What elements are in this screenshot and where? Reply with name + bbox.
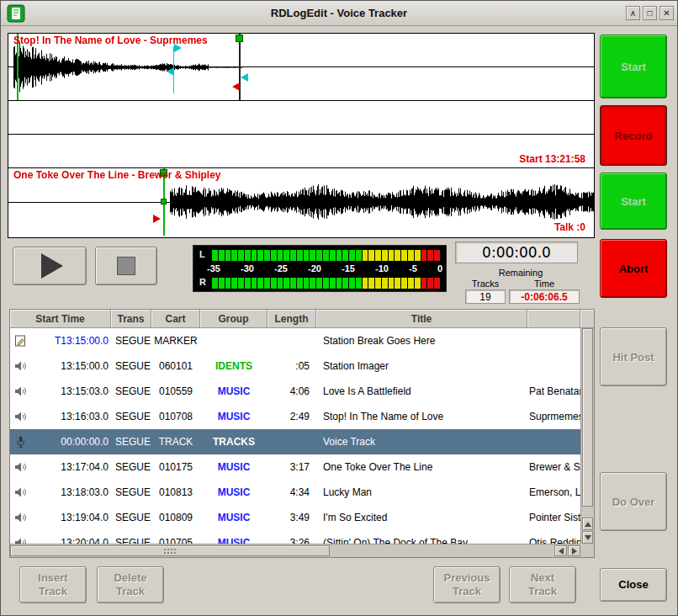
column-header[interactable]: Start Time: [10, 310, 111, 328]
scroll-up-button[interactable]: [582, 518, 593, 530]
meter-segment: [290, 250, 296, 261]
window-title: RDLogEdit - Voice Tracker: [1, 7, 677, 19]
row-type-icon: [14, 360, 31, 372]
meter-segment: [245, 278, 251, 289]
meter-segment: [330, 278, 336, 289]
column-header[interactable]: Trans: [111, 310, 151, 328]
meter-left-segments: [212, 250, 440, 261]
meter-segment: [349, 278, 355, 289]
meter-segment: [283, 278, 289, 289]
cell-length: 4:06: [267, 379, 316, 404]
wave-region-previous-track[interactable]: Stop! In The Name of Love - Suprmemes: [8, 34, 594, 101]
cell-artist: Suprmemes: [527, 404, 580, 429]
scroll-down-button[interactable]: [582, 531, 593, 544]
column-header[interactable]: Length: [267, 310, 316, 328]
microphone-icon: [14, 436, 27, 448]
speaker-icon: [14, 411, 27, 422]
column-header[interactable]: Cart: [151, 310, 200, 328]
header-stub: [580, 310, 594, 328]
column-header[interactable]: Title: [316, 310, 527, 328]
meter-segment: [225, 250, 231, 261]
table-row[interactable]: 13:17:04.0 SEGUE 010175 MUSIC 3:17 One T…: [10, 454, 580, 480]
play-button[interactable]: [13, 247, 87, 285]
scroll-left-button[interactable]: [554, 545, 567, 556]
cell-start-time: 13:17:04.0: [10, 454, 111, 480]
remaining-tracks-label: Tracks: [465, 279, 506, 289]
column-header[interactable]: Group: [200, 310, 267, 328]
horizontal-scrollbar-thumb[interactable]: [10, 545, 330, 556]
previous-track-button[interactable]: Previous Track: [433, 566, 501, 603]
meter-scale-tick: -10: [375, 263, 389, 274]
table-row[interactable]: 13:15:03.0 SEGUE 010559 MUSIC 4:06 Love …: [10, 379, 580, 404]
remaining-tracks-value: 19: [465, 289, 506, 304]
scroll-right-button[interactable]: [568, 545, 580, 556]
wave-region-voice-track[interactable]: Start 13:21:58: [8, 101, 594, 168]
table-row[interactable]: 13:15:00.0 SEGUE 060101 IDENTS :05 Stati…: [10, 353, 580, 379]
cell-trans: SEGUE: [111, 454, 151, 480]
close-window-button[interactable]: ✕: [659, 6, 674, 20]
previous-track-title: Stop! In The Name of Love - Suprmemes: [13, 35, 208, 46]
meter-segment: [368, 250, 374, 261]
meter-segment: [283, 250, 289, 261]
cell-title: Station Break Goes Here: [316, 328, 527, 353]
cell-cart: 010705: [151, 530, 200, 544]
meter-segment: [278, 250, 283, 261]
next-track-cue-marker[interactable]: [153, 215, 161, 223]
column-header[interactable]: [527, 310, 580, 328]
waveform-display[interactable]: Stop! In The Name of Love - Suprmemes St…: [8, 33, 595, 238]
table-row[interactable]: 13:18:03.0 SEGUE 010813 MUSIC 4:34 Lucky…: [10, 480, 580, 505]
meter-segment: [323, 278, 329, 289]
next-track-mid-marker[interactable]: [161, 199, 167, 204]
table-row[interactable]: 00:00:00.0 SEGUE TRACK TRACKS Voice Trac…: [10, 429, 580, 454]
log-table: Start TimeTransCartGroupLengthTitle T13:…: [9, 309, 595, 558]
fade-marker[interactable]: [241, 73, 248, 82]
do-over-button[interactable]: Do Over: [600, 472, 667, 531]
start-track2-button[interactable]: Start: [600, 173, 667, 230]
meter-segment: [310, 250, 315, 261]
table-row[interactable]: 13:20:04.0 SEGUE 010705 MUSIC 3:26 (Sitt…: [10, 530, 580, 544]
table-row[interactable]: T13:15:00.0 SEGUE MARKER Station Break G…: [10, 328, 580, 353]
up-arrow-icon: [585, 522, 591, 527]
close-button[interactable]: Close: [600, 568, 667, 602]
speaker-icon: [14, 512, 27, 523]
cell-start-time: T13:15:00.0: [10, 328, 111, 353]
cell-start-time: 13:19:04.0: [10, 505, 111, 530]
titlebar[interactable]: RDLogEdit - Voice Tracker ∧ □ ✕: [1, 1, 677, 26]
horizontal-scrollbar[interactable]: [10, 544, 580, 557]
right-arrow-icon: [572, 548, 577, 555]
table-row[interactable]: 13:16:03.0 SEGUE 010708 MUSIC 2:49 Stop!…: [10, 404, 580, 429]
meter-segment: [316, 278, 322, 289]
wave-region-next-track[interactable]: One Toke Over The Line - Brewer & Shiple…: [8, 168, 594, 236]
table-row[interactable]: 13:19:04.0 SEGUE 010809 MUSIC 3:49 I'm S…: [10, 505, 580, 530]
meter-segment: [401, 250, 407, 261]
stop-button[interactable]: [95, 247, 157, 285]
abort-button[interactable]: Abort: [600, 239, 667, 298]
cell-start-time: 13:18:03.0: [10, 480, 111, 505]
start-track1-button[interactable]: Start: [600, 35, 667, 98]
vertical-scrollbar[interactable]: [580, 328, 594, 544]
cell-cart: 060101: [151, 353, 200, 379]
end-marker[interactable]: [232, 82, 240, 91]
cell-artist: Pointer Sisters: [527, 505, 580, 530]
insert-track-button[interactable]: Insert Track: [19, 566, 87, 603]
cell-title: One Toke Over The Line: [316, 454, 527, 480]
vertical-scrollbar-thumb[interactable]: [582, 328, 593, 507]
maximize-window-button[interactable]: □: [643, 6, 657, 20]
meter-segment: [427, 278, 433, 289]
next-track-button[interactable]: Next Track: [509, 566, 576, 603]
meter-segment: [389, 250, 395, 261]
meter-segment: [375, 250, 381, 261]
record-button[interactable]: Record: [600, 105, 667, 166]
meter-scale-tick: 0: [437, 263, 442, 274]
meter-segment: [290, 278, 296, 289]
delete-track-button[interactable]: Delete Track: [97, 566, 164, 603]
shade-window-button[interactable]: ∧: [626, 6, 640, 20]
cell-length: [267, 429, 316, 454]
hit-post-button[interactable]: Hit Post: [600, 327, 667, 386]
talk-end-marker[interactable]: [167, 67, 174, 76]
meter-segment: [336, 250, 342, 261]
segue-start-marker[interactable]: [236, 35, 243, 42]
meter-segment: [245, 250, 251, 261]
meter-segment: [231, 278, 237, 289]
next-track-talk-status: Talk :0: [554, 221, 585, 233]
